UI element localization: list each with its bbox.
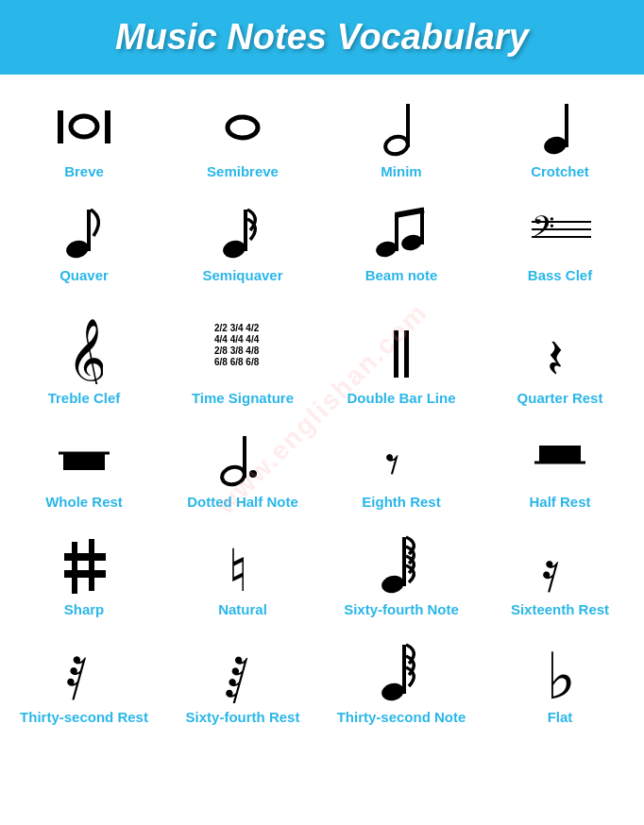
svg-text:2/8  3/8  4/8: 2/8 3/8 4/8 [214,345,260,356]
list-item: Beam note [322,188,481,292]
svg-rect-13 [395,214,398,251]
svg-point-8 [65,238,91,261]
list-item: 𝄢 Bass Clef [481,188,639,292]
svg-rect-32 [243,436,246,478]
thirty-second-note-symbol [381,639,423,703]
time-signature-label: Time Signature [192,390,294,407]
svg-point-47 [381,681,406,703]
sixteenth-rest-symbol: 𝄿 [542,531,578,596]
symbol-grid: www.englishan.com Breve Semibreve [0,75,644,743]
list-item: Dotted Half Note [163,414,322,518]
list-item: Quaver [5,188,163,292]
svg-text:𝄿: 𝄿 [543,561,559,593]
svg-point-14 [399,232,423,252]
semibreve-symbol [219,96,266,158]
svg-rect-29 [63,453,105,470]
svg-rect-5 [406,104,410,147]
sixty-fourth-rest-symbol: 𝅁 [225,637,261,703]
eighth-rest-symbol: 𝄾 [383,427,419,488]
svg-point-4 [383,134,410,157]
dotted-half-note-symbol [220,427,265,488]
semiquaver-label: Semiquaver [202,267,282,284]
svg-text:♮: ♮ [228,539,248,596]
svg-text:𝅁: 𝅁 [226,656,248,703]
bass-clef-label: Bass Clef [528,267,592,284]
dotted-half-note-label: Dotted Half Note [187,494,298,511]
svg-rect-16 [395,208,425,218]
treble-clef-symbol: 𝄞 [65,316,103,384]
svg-rect-1 [105,110,110,143]
minim-label: Minim [381,163,421,180]
list-item: 2/2 3/4 4/2 4/4 4/4 4/4 2/8 3/8 4/8 6/8 … [163,292,322,414]
sixty-fourth-note-symbol [381,531,423,596]
svg-text:♭: ♭ [546,641,576,703]
svg-rect-7 [565,104,568,147]
list-item: Crotchet [481,84,639,188]
svg-point-31 [220,464,246,487]
svg-rect-38 [89,539,94,591]
sixty-fourth-note-label: Sixty-fourth Note [344,601,459,618]
quaver-symbol [65,200,103,261]
list-item: Sixty-fourth Note [322,518,481,626]
svg-point-6 [542,134,568,157]
sixty-fourth-rest-label: Sixty-fourth Rest [186,709,300,726]
list-item: 𝅁 Sixty-fourth Rest [163,626,322,733]
svg-text:2/2  3/4  4/2: 2/2 3/4 4/2 [214,323,260,333]
svg-point-10 [222,238,247,261]
list-item: Minim [322,84,481,188]
semiquaver-symbol [222,200,264,261]
list-item: Half Rest [481,414,639,518]
list-item: 𝄞 Treble Clef [5,292,163,414]
quarter-rest-symbol: 𝄽 [544,323,577,384]
crotchet-symbol [542,96,578,158]
flat-label: Flat [548,709,573,726]
svg-rect-26 [394,330,398,378]
svg-text:6/8  6/8  6/8: 6/8 6/8 6/8 [214,357,260,367]
half-rest-symbol [532,427,588,488]
svg-rect-43 [402,537,406,586]
list-item: Breve [5,84,163,188]
sixteenth-rest-label: Sixteenth Rest [511,601,609,618]
half-rest-label: Half Rest [529,494,590,511]
svg-rect-39 [64,553,106,561]
double-bar-line-symbol [387,323,415,384]
svg-text:𝅀: 𝅀 [67,656,87,700]
svg-point-42 [381,573,406,596]
breve-label: Breve [64,163,104,180]
svg-rect-48 [402,645,406,694]
whole-rest-symbol [56,427,112,488]
semibreve-label: Semibreve [207,163,279,180]
svg-text:𝄽: 𝄽 [550,341,562,375]
svg-point-3 [228,117,258,138]
svg-rect-0 [58,110,63,143]
list-item: Thirty-second Note [322,626,481,733]
list-item: 𝄽 Quarter Rest [481,292,639,414]
quaver-label: Quaver [59,267,109,284]
natural-label: Natural [218,601,267,618]
list-item: Semibreve [163,84,322,188]
time-signature-symbol: 2/2 3/4 4/2 4/4 4/4 4/4 2/8 3/8 4/8 6/8 … [212,316,274,384]
svg-text:𝄞: 𝄞 [67,319,103,384]
thirty-second-note-label: Thirty-second Note [337,709,466,726]
list-item: Semiquaver [163,188,322,292]
breve-symbol [56,96,112,158]
sharp-label: Sharp [64,601,105,618]
svg-rect-11 [244,210,247,251]
bass-clef-symbol: 𝄢 [527,200,593,261]
natural-symbol: ♮ [225,530,261,596]
svg-point-2 [71,116,97,137]
quarter-rest-label: Quarter Rest [517,390,603,407]
list-item: Double Bar Line [322,292,481,414]
list-item: ♭ Flat [481,626,639,733]
svg-rect-27 [404,330,409,378]
svg-text:𝄢: 𝄢 [532,210,554,250]
eighth-rest-label: Eighth Rest [362,494,440,511]
whole-rest-label: Whole Rest [45,494,123,511]
svg-point-33 [249,470,257,478]
page-title: Music Notes Vocabulary [9,17,635,58]
thirty-second-rest-symbol: 𝅀 [66,637,102,703]
thirty-second-rest-label: Thirty-second Rest [20,709,148,726]
double-bar-line-label: Double Bar Line [347,390,455,407]
list-item: 𝅀 Thirty-second Rest [5,626,163,733]
sharp-symbol [59,534,110,596]
